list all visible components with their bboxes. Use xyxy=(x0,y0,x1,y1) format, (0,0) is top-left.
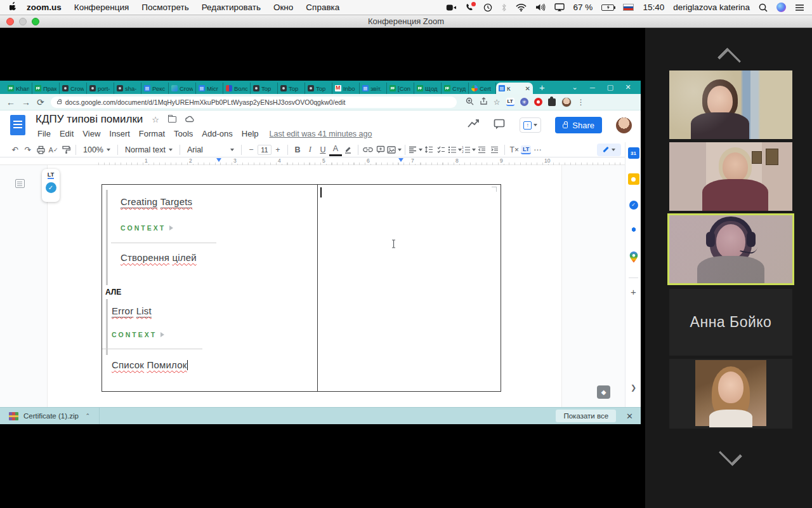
indent-marker[interactable] xyxy=(216,158,221,162)
active-speaker-video[interactable] xyxy=(667,213,794,285)
hide-side-panel-icon[interactable]: ❯ xyxy=(625,384,641,392)
insert-image-icon[interactable] xyxy=(387,144,402,156)
chrome-profile-avatar[interactable] xyxy=(561,97,572,107)
editing-mode-button[interactable] xyxy=(597,144,621,156)
phone-icon[interactable] xyxy=(466,3,475,11)
document-table[interactable]: Creating Targets CONTEXT Створення цілей… xyxy=(102,184,501,392)
video-camera-icon[interactable] xyxy=(446,4,457,11)
participant-name-tile[interactable]: Анна Бойко xyxy=(669,289,792,356)
spellcheck-icon[interactable]: A✓ xyxy=(47,144,60,156)
time-machine-icon[interactable] xyxy=(483,3,492,12)
browser-tab[interactable]: Micr xyxy=(196,83,223,94)
minimize-button[interactable]: ─ xyxy=(584,84,601,91)
sub-spysok-pomylok[interactable]: Список Помилок xyxy=(112,359,188,370)
present-button[interactable]: ↑ xyxy=(520,117,541,133)
browser-tab[interactable]: Cert xyxy=(469,83,496,94)
participant-video[interactable] xyxy=(669,70,792,139)
docs-menu-item[interactable]: Format xyxy=(134,128,169,140)
browser-tab[interactable]: port- xyxy=(87,83,114,94)
notification-center-icon[interactable] xyxy=(795,4,804,11)
download-filename[interactable]: Certificate (1).zip xyxy=(23,412,79,420)
clock-time[interactable]: 15:40 xyxy=(643,3,664,12)
spotlight-search-icon[interactable] xyxy=(759,3,768,12)
context-triangle-icon[interactable] xyxy=(169,225,173,231)
context-label[interactable]: CONTEXT xyxy=(121,224,173,232)
numbered-list-icon[interactable]: 12 xyxy=(462,144,476,156)
star-document-icon[interactable]: ☆ xyxy=(152,115,159,124)
bluetooth-icon[interactable] xyxy=(501,3,507,12)
browser-tab[interactable]: Прак xyxy=(32,83,60,94)
docs-account-avatar[interactable] xyxy=(616,117,632,133)
document-canvas[interactable]: LT ✓ Creating Targets CONTEXT xyxy=(0,165,641,407)
google-docs-icon[interactable] xyxy=(10,115,25,135)
download-item-menu-icon[interactable]: ⌃ xyxy=(85,413,90,419)
browser-tab[interactable]: sha- xyxy=(114,83,141,94)
browser-tab[interactable]: Щод xyxy=(414,83,442,94)
reload-button[interactable]: ⟳ xyxy=(37,98,44,107)
browser-tab[interactable]: [Con xyxy=(387,83,414,94)
bold-icon[interactable]: B xyxy=(291,144,304,156)
url-text[interactable]: docs.google.com/document/d/1MqHyUREHmXku… xyxy=(65,98,346,106)
back-button[interactable]: ← xyxy=(6,98,15,107)
browser-tab[interactable]: Crow xyxy=(169,83,196,94)
languagetool-extension-icon[interactable]: LT xyxy=(506,98,514,106)
new-tab-button[interactable]: + xyxy=(533,82,551,93)
zoom-select[interactable]: 100% xyxy=(79,145,114,154)
line-spacing-icon[interactable] xyxy=(422,144,435,156)
align-icon[interactable] xyxy=(409,144,422,156)
apple-icon[interactable] xyxy=(6,2,20,13)
heading-error-list[interactable]: Error List xyxy=(112,305,152,316)
docs-menu-item[interactable]: Help xyxy=(237,128,263,140)
insert-link-icon[interactable] xyxy=(362,144,374,156)
comments-icon[interactable] xyxy=(494,119,506,132)
menubar-item[interactable]: Конференция xyxy=(68,3,136,12)
extension-red-o-icon[interactable] xyxy=(534,98,542,106)
languagetool-check-icon[interactable]: ✓ xyxy=(46,182,56,193)
explore-button[interactable]: ◆ xyxy=(597,385,610,399)
close-button[interactable]: ✕ xyxy=(619,83,637,91)
extensions-puzzle-icon[interactable] xyxy=(548,98,556,106)
scroll-participants-up-icon[interactable] xyxy=(719,50,738,58)
highlight-icon[interactable] xyxy=(342,144,355,156)
docs-menu-item[interactable]: Add-ons xyxy=(197,128,237,140)
font-select[interactable]: Arial xyxy=(183,145,238,154)
zoom-level-icon[interactable] xyxy=(466,97,474,107)
omnibox[interactable]: docs.google.com/document/d/1MqHyUREHmXku… xyxy=(51,97,457,108)
print-icon[interactable] xyxy=(34,144,47,156)
menubar-item[interactable]: Посмотреть xyxy=(135,3,195,12)
more-toolbar-icon[interactable]: ⋯ xyxy=(531,144,544,156)
paragraph-style-select[interactable]: Normal text xyxy=(121,145,176,154)
close-download-bar-icon[interactable]: ✕ xyxy=(626,411,633,421)
increase-font-icon[interactable]: + xyxy=(272,144,284,156)
docs-menu-item[interactable]: View xyxy=(78,128,105,140)
participant-video[interactable] xyxy=(669,142,792,211)
document-status-cloud-icon[interactable] xyxy=(185,115,195,124)
siri-icon[interactable] xyxy=(776,3,786,12)
participant-avatar-tile[interactable] xyxy=(669,359,792,429)
browser-tab[interactable]: звіт. xyxy=(360,83,387,94)
tasks-icon[interactable] xyxy=(628,199,639,211)
ale-label[interactable]: АЛЕ xyxy=(105,288,121,297)
browser-tab[interactable]: Top xyxy=(278,83,305,94)
menubar-item[interactable]: zoom.us xyxy=(20,3,68,12)
languagetool-toolbar-icon[interactable]: LT xyxy=(521,145,531,154)
docs-menu-item[interactable]: Insert xyxy=(105,128,134,140)
browser-tab[interactable]: Top xyxy=(251,83,278,94)
move-to-folder-icon[interactable] xyxy=(168,116,176,123)
browser-tab[interactable]: Студ xyxy=(442,83,469,94)
browser-tab[interactable]: Top xyxy=(305,83,332,94)
italic-icon[interactable]: I xyxy=(304,144,317,156)
bookmark-star-icon[interactable]: ☆ xyxy=(494,98,501,107)
sub-stvorennya[interactable]: Створення цілей xyxy=(121,252,197,263)
tab-search-icon[interactable]: ⌄ xyxy=(566,83,584,91)
scroll-participants-down-icon[interactable] xyxy=(719,450,738,458)
browser-tab[interactable]: Воло xyxy=(223,83,251,94)
bulleted-list-icon[interactable] xyxy=(448,144,462,156)
paint-format-icon[interactable] xyxy=(60,144,72,156)
decrease-font-icon[interactable]: − xyxy=(245,144,258,156)
volume-icon[interactable] xyxy=(535,3,546,11)
heading-creating-targets[interactable]: Creating Targets xyxy=(121,196,192,207)
forward-button[interactable]: → xyxy=(22,98,30,107)
docs-menu-item[interactable]: Edit xyxy=(55,128,78,140)
keep-icon[interactable] xyxy=(628,173,639,185)
